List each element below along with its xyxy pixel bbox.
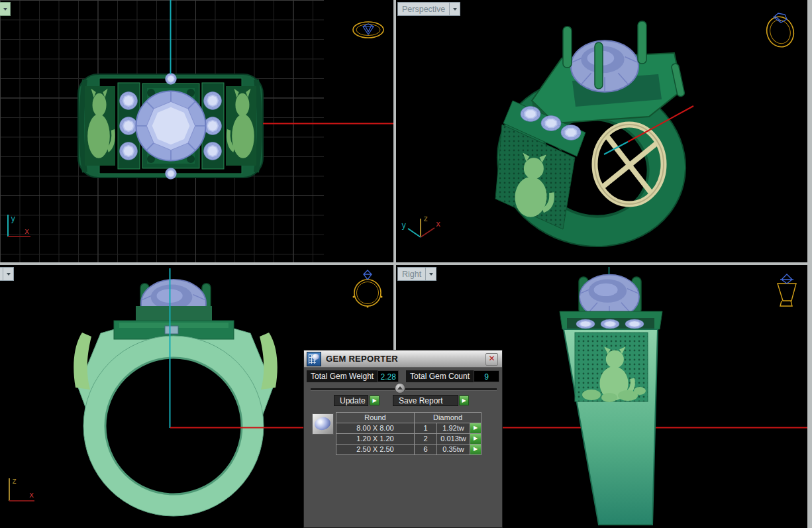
axis-x-label: x [25, 227, 29, 236]
viewport-right-selector[interactable]: Right [397, 267, 436, 281]
total-gem-weight-field: Total Gem Weight 2.28 [307, 370, 399, 382]
gem-row-weight: 0.35tw [437, 445, 470, 454]
chevron-down-icon[interactable] [0, 3, 10, 15]
gem-row-size: 2.50 X 2.50 [336, 445, 414, 454]
gem-row-select-button[interactable]: ▶ [470, 445, 481, 454]
gem-row-select-button[interactable]: ▶ [470, 423, 481, 433]
perspective-view-render: z y x [396, 0, 807, 262]
gem-row-count: 1 [415, 423, 436, 433]
total-gem-weight-value: 2.28 [378, 370, 399, 382]
total-gem-weight-label: Total Gem Weight [307, 370, 378, 382]
axis-y-label: y [401, 221, 406, 230]
gem-row-size: 1.20 X 1.20 [336, 434, 414, 444]
gem-table: Round Diamond 8.00 X 8.00 1 1.92tw ▶ 1.2… [336, 412, 482, 455]
viewport-top-selector[interactable]: Top [0, 2, 11, 16]
viewport-splitter-horizontal[interactable] [0, 262, 812, 265]
axis-z-label: z [423, 214, 428, 223]
gem-row-weight: 1.92tw [437, 423, 470, 433]
axis-z-label: z [12, 476, 17, 486]
axis-indicator-top: y x [8, 214, 30, 237]
gem-row-size: 8.00 X 8.00 [336, 423, 414, 433]
chevron-down-icon[interactable] [425, 268, 436, 280]
total-gem-count-label: Total Gem Count [406, 370, 474, 382]
gem-row-select-button[interactable]: ▶ [470, 434, 481, 444]
viewport-perspective-selector[interactable]: Perspective [397, 2, 460, 16]
gem-row-count: 6 [415, 445, 436, 454]
viewport-front-selector[interactable]: Front [0, 267, 14, 281]
gem-reporter-dialog: GEM REPORTER ✕ Total Gem Weight 2.28 Tot… [303, 350, 503, 528]
gem-row-weight: 0.013tw [437, 434, 470, 444]
ring-front-view-icon [353, 270, 383, 308]
axis-indicator-perspective: z y x [401, 214, 440, 237]
window-edge-strip [807, 0, 812, 528]
ring-perspective-view-icon [763, 13, 797, 50]
close-icon[interactable]: ✕ [485, 353, 498, 366]
viewport-top[interactable]: y x Top [0, 0, 393, 262]
gem-reporter-titlebar[interactable]: GEM REPORTER ✕ [304, 350, 502, 368]
gem-reporter-icon [307, 352, 321, 366]
gem-shape-header: Round [336, 413, 414, 423]
axis-x-label: x [436, 219, 440, 229]
dialog-title: GEM REPORTER [326, 354, 398, 364]
viewport-perspective-label: Perspective [398, 3, 449, 15]
total-gem-count-value: 9 [474, 370, 499, 382]
viewport-right-label: Right [398, 268, 425, 280]
axis-indicator-front: z x [9, 476, 34, 501]
gem-type-header: Diamond [415, 413, 481, 423]
viewport-perspective[interactable]: z y x Perspective [396, 0, 807, 262]
top-view-render: y x [0, 0, 393, 262]
save-report-run-button[interactable]: ▶ [459, 396, 469, 405]
chevron-down-icon[interactable] [449, 3, 460, 15]
axis-x-label: x [29, 490, 34, 500]
ring-top-view-icon [353, 22, 383, 38]
chevron-down-icon[interactable] [3, 268, 13, 280]
update-button[interactable]: Update [334, 395, 368, 406]
gem-row-count: 2 [415, 434, 436, 444]
rollup-slider-knob[interactable] [395, 383, 405, 394]
application-canvas: y x Top [0, 0, 812, 528]
update-run-button[interactable]: ▶ [370, 396, 380, 405]
total-gem-count-field: Total Gem Count 9 [406, 370, 499, 382]
save-report-button[interactable]: Save Report [393, 395, 458, 406]
ring-side-view-icon [778, 274, 796, 306]
axis-y-label: y [11, 214, 15, 223]
gem-thumbnail [312, 413, 334, 435]
